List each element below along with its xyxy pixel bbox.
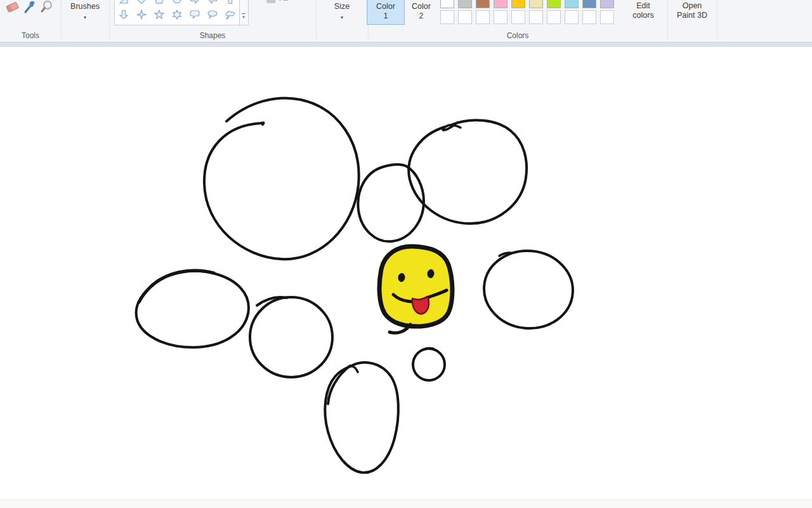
brushes-dropdown-arrow[interactable]: ▾ (61, 15, 109, 20)
loop-small-center (413, 349, 445, 380)
color-picker-icon[interactable] (23, 0, 38, 17)
palette-swatch-empty[interactable] (440, 10, 454, 24)
palette-swatch-empty[interactable] (600, 10, 614, 24)
palette-swatch-empty[interactable] (511, 10, 525, 24)
color1-button[interactable]: Color 1 (367, 0, 405, 25)
fill-icon (266, 0, 275, 3)
canvas-area (0, 47, 812, 499)
shapes-group-label: Shapes (109, 31, 316, 40)
edit-colors-line2: colors (620, 11, 666, 20)
palette-swatch[interactable] (582, 0, 596, 8)
hexagon-shape[interactable] (168, 0, 186, 7)
open-paint3d-button[interactable]: Open Paint 3D (669, 0, 716, 25)
palette-swatch-empty[interactable] (476, 10, 490, 24)
brushes-button[interactable]: Brushes (61, 2, 109, 11)
shapes-gallery-row-2 (115, 7, 239, 22)
shapes-gallery-scrollbar[interactable]: ▾ (239, 0, 249, 25)
palette-swatch[interactable] (600, 0, 614, 8)
group-divider (667, 0, 668, 39)
loop-middle-small (358, 164, 424, 241)
ribbon: Tools Brushes ▾ ▾ Fill Shapes Size ▾ Col… (0, 0, 812, 42)
drawing-canvas[interactable] (0, 47, 812, 499)
edit-colors-button[interactable]: Edit colors (620, 0, 666, 25)
ribbon-bottom-strip (0, 42, 812, 47)
palette-swatch-empty[interactable] (494, 10, 508, 24)
gallery-more-icon[interactable]: ▾ (240, 15, 247, 20)
status-bar (0, 499, 812, 508)
palette-swatch-empty[interactable] (582, 10, 596, 24)
palette-swatch-empty[interactable] (547, 10, 561, 24)
cloud-callout-shape[interactable] (221, 7, 239, 22)
palette-swatch[interactable] (494, 0, 508, 8)
size-button[interactable]: Size (316, 2, 368, 11)
down-arrow-shape[interactable] (115, 7, 133, 22)
color2-label-line2: 2 (406, 11, 436, 21)
gallery-more-line (242, 13, 246, 14)
colors-group-label: Colors (368, 31, 667, 40)
palette-swatch-empty[interactable] (565, 10, 579, 24)
shapes-gallery (114, 0, 240, 25)
magnifier-icon[interactable] (39, 0, 55, 17)
shapes-gallery-row-1 (115, 0, 239, 7)
palette-swatch[interactable] (476, 0, 490, 8)
size-dropdown-arrow[interactable]: ▾ (316, 15, 368, 20)
group-divider (717, 0, 717, 39)
right-arrow-shape[interactable] (186, 0, 204, 7)
diamond-shape[interactable] (133, 0, 150, 7)
edit-colors-line1: Edit (620, 1, 666, 11)
loop-right (481, 247, 576, 332)
palette-swatch[interactable] (511, 0, 525, 8)
color1-label-line2: 1 (367, 11, 404, 21)
palette-swatch-empty[interactable] (458, 10, 472, 24)
palette-swatch[interactable] (565, 0, 579, 8)
palette-swatch[interactable] (529, 0, 543, 8)
tools-group-label: Tools (0, 31, 61, 40)
loop-center (250, 297, 332, 377)
loop-top-right (409, 120, 527, 224)
palette-swatch[interactable] (547, 0, 561, 8)
five-point-star-shape[interactable] (150, 7, 168, 22)
right-triangle-shape[interactable] (115, 0, 133, 7)
oval-callout-shape[interactable] (204, 7, 221, 22)
paint3d-line1: Open (669, 1, 716, 11)
loop-large-top-left (204, 98, 359, 259)
color2-label-line1: Color (406, 2, 436, 11)
smiley-face (379, 246, 452, 326)
rounded-rectangle-callout-shape[interactable] (186, 7, 204, 22)
six-point-star-shape[interactable] (168, 7, 186, 22)
palette-swatch-empty[interactable] (529, 10, 543, 24)
pentagon-shape[interactable] (150, 0, 168, 7)
up-arrow-shape[interactable] (221, 0, 239, 7)
left-arrow-shape[interactable] (204, 0, 221, 7)
loop-left-overdraw (139, 271, 214, 302)
palette-swatch[interactable] (458, 0, 472, 8)
loop-left (136, 271, 249, 347)
eraser-icon[interactable] (5, 0, 20, 17)
loop-small-center-tick (424, 348, 433, 349)
color2-button[interactable]: Color 2 (406, 0, 436, 25)
color1-label-line1: Color (367, 2, 404, 11)
fill-label: Fill (279, 0, 288, 2)
four-point-star-shape[interactable] (133, 7, 150, 22)
paint3d-line2: Paint 3D (669, 11, 716, 20)
palette-swatch[interactable] (440, 0, 454, 8)
